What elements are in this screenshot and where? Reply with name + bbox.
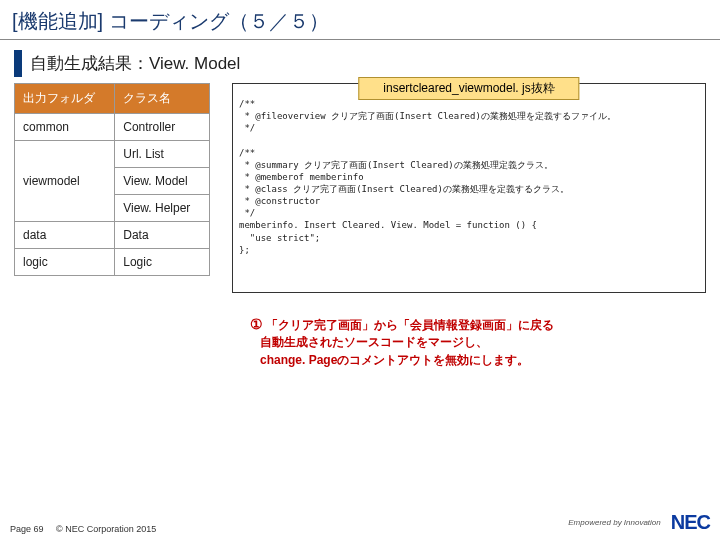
cell-folder: data [15,222,115,249]
callout-note: ① 「クリア完了画面」から「会員情報登録画面」に戻る 自動生成されたソースコード… [250,314,670,369]
table-row: data Data [15,222,210,249]
cell-folder: common [15,114,115,141]
nec-logo: NEC [671,511,710,534]
content-area: 出力フォルダ クラス名 common Controller Url. List … [0,83,720,293]
subtitle: 自動生成結果：View. Model [30,50,240,77]
cell-class: View. Model [115,168,210,195]
footer-right: Empowered by Innovation NEC [568,511,710,534]
table-header-row: 出力フォルダ クラス名 [15,84,210,114]
cell-class: View. Helper [115,195,210,222]
table-row: logic Logic [15,249,210,276]
cell-folder [15,195,115,222]
page-title: [機能追加] コーディング（５／５） [0,0,720,40]
accent-bar [14,50,22,77]
callout-number: ① [250,316,263,332]
table-row: View. Helper [15,195,210,222]
callout-line: 自動生成されたソースコードをマージし、 [260,335,488,349]
cell-folder: logic [15,249,115,276]
table-row: Url. List [15,141,210,168]
callout-line: 「クリア完了画面」から「会員情報登録画面」に戻る [266,318,554,332]
col-folder: 出力フォルダ [15,84,115,114]
cell-folder [15,141,115,168]
output-table: 出力フォルダ クラス名 common Controller Url. List … [14,83,210,276]
code-box: /** * @fileoverview クリア完了画面(Insert Clear… [232,83,706,293]
footer-left: Page 69 © NEC Corporation 2015 [10,524,156,534]
code-panel: insertcleared_viewmodel. js抜粋 /** * @fil… [232,83,706,293]
callout-line: change. Pageのコメントアウトを無効にします。 [260,353,529,367]
cell-class: Logic [115,249,210,276]
col-class: クラス名 [115,84,210,114]
subtitle-row: 自動生成結果：View. Model [14,50,720,77]
table-row: viewmodel View. Model [15,168,210,195]
footer: Page 69 © NEC Corporation 2015 Empowered… [10,511,710,534]
page-number: Page 69 [10,524,44,534]
cell-class: Url. List [115,141,210,168]
code-block-1: /** * @fileoverview クリア完了画面(Insert Clear… [239,99,616,133]
tagline: Empowered by Innovation [568,518,661,527]
cell-class: Data [115,222,210,249]
cell-folder: viewmodel [15,168,115,195]
table-row: common Controller [15,114,210,141]
copyright: © NEC Corporation 2015 [56,524,156,534]
cell-class: Controller [115,114,210,141]
code-label: insertcleared_viewmodel. js抜粋 [358,77,579,100]
code-block-2: /** * @summary クリア完了画面(Insert Cleared)の業… [239,148,569,255]
